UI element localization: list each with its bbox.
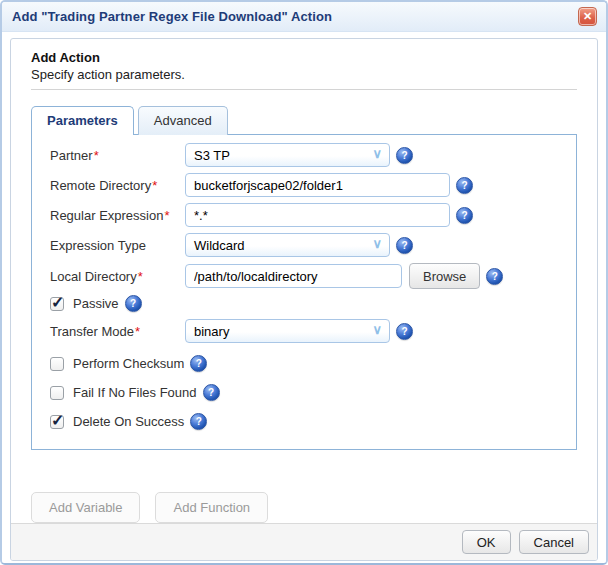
local-directory-help-icon[interactable]: ?: [486, 268, 503, 285]
expression-type-label-text: Expression Type: [50, 238, 146, 253]
perform-checksum-label: Perform Checksum: [73, 356, 184, 371]
partner-label-text: Partner: [50, 148, 93, 163]
passive-help-icon[interactable]: ?: [125, 295, 142, 312]
dialog-titlebar: Add "Trading Partner Regex File Download…: [2, 2, 606, 32]
cancel-button[interactable]: Cancel: [519, 530, 589, 554]
dialog-inner-panel: Add Action Specify action parameters. Pa…: [10, 38, 598, 561]
partner-label: Partner*: [50, 148, 185, 163]
local-directory-input[interactable]: [185, 264, 402, 288]
expression-type-select-value: Wildcard: [194, 238, 245, 253]
browse-button[interactable]: Browse: [409, 263, 480, 289]
local-directory-row: Local Directory* Browse ?: [50, 263, 558, 289]
local-directory-label: Local Directory*: [50, 269, 185, 284]
required-mark: *: [164, 208, 169, 223]
regular-expression-help-icon[interactable]: ?: [456, 207, 473, 224]
required-mark: *: [152, 178, 157, 193]
transfer-mode-label: Transfer Mode*: [50, 324, 185, 339]
delete-on-success-checkbox[interactable]: ✓: [50, 415, 64, 429]
variable-function-actions: Add Variable Add Function: [31, 492, 577, 523]
dialog-footer: OK Cancel: [11, 523, 597, 560]
perform-checksum-checkbox[interactable]: ✓: [50, 357, 64, 371]
chevron-down-icon: ∨: [372, 146, 382, 161]
fail-if-no-files-found-checkbox[interactable]: ✓: [50, 386, 64, 400]
wizard-header: Add Action Specify action parameters.: [11, 39, 597, 90]
dialog-title: Add "Trading Partner Regex File Download…: [12, 9, 332, 24]
regular-expression-row: Regular Expression* ?: [50, 203, 558, 227]
fail-if-no-files-found-label: Fail If No Files Found: [73, 385, 197, 400]
screen: Add "Trading Partner Regex File Download…: [0, 0, 608, 565]
tabs-container: Parameters Advanced Partner* S3 TP ∨ ?: [31, 105, 577, 450]
partner-row: Partner* S3 TP ∨ ?: [50, 143, 558, 167]
perform-checksum-row: ✓ Perform Checksum ?: [50, 355, 558, 372]
add-function-button[interactable]: Add Function: [155, 492, 268, 523]
tab-parameters[interactable]: Parameters: [31, 106, 134, 135]
required-mark: *: [135, 324, 140, 339]
fail-if-no-files-found-help-icon[interactable]: ?: [203, 384, 220, 401]
ok-button[interactable]: OK: [462, 530, 511, 554]
regular-expression-label: Regular Expression*: [50, 208, 185, 223]
chevron-down-icon: ∨: [372, 322, 382, 337]
close-icon[interactable]: ✕: [578, 7, 597, 26]
wizard-header-title: Add Action: [31, 50, 577, 65]
transfer-mode-label-text: Transfer Mode: [50, 324, 134, 339]
remote-directory-input[interactable]: [185, 173, 450, 197]
partner-select-value: S3 TP: [194, 148, 230, 163]
expression-type-select[interactable]: Wildcard ∨: [185, 233, 390, 257]
delete-on-success-help-icon[interactable]: ?: [190, 413, 207, 430]
wizard-header-subtitle: Specify action parameters.: [31, 67, 577, 82]
delete-on-success-label: Delete On Success: [73, 414, 184, 429]
expression-type-help-icon[interactable]: ?: [396, 237, 413, 254]
local-directory-label-text: Local Directory: [50, 269, 137, 284]
passive-row: ✓ Passive ?: [50, 295, 558, 312]
regular-expression-input[interactable]: [185, 203, 450, 227]
perform-checksum-help-icon[interactable]: ?: [190, 355, 207, 372]
passive-label: Passive: [73, 296, 119, 311]
parameters-tab-panel: Partner* S3 TP ∨ ? Remote Directory* ?: [31, 134, 577, 450]
add-variable-button[interactable]: Add Variable: [31, 492, 140, 523]
add-action-dialog: Add "Trading Partner Regex File Download…: [0, 0, 608, 565]
dialog-body: Add Action Specify action parameters. Pa…: [2, 32, 606, 565]
fail-if-no-files-found-row: ✓ Fail If No Files Found ?: [50, 384, 558, 401]
remote-directory-help-icon[interactable]: ?: [456, 177, 473, 194]
remote-directory-row: Remote Directory* ?: [50, 173, 558, 197]
regular-expression-label-text: Regular Expression: [50, 208, 163, 223]
checkmark-icon: ✓: [51, 411, 64, 430]
chevron-down-icon: ∨: [372, 236, 382, 251]
transfer-mode-select-value: binary: [194, 324, 229, 339]
expression-type-row: Expression Type Wildcard ∨ ?: [50, 233, 558, 257]
header-divider: [31, 89, 577, 90]
partner-help-icon[interactable]: ?: [396, 147, 413, 164]
tab-strip: Parameters Advanced: [31, 105, 577, 134]
transfer-mode-row: Transfer Mode* binary ∨ ?: [50, 319, 558, 343]
transfer-mode-select[interactable]: binary ∨: [185, 319, 390, 343]
remote-directory-label-text: Remote Directory: [50, 178, 151, 193]
tab-advanced[interactable]: Advanced: [138, 106, 228, 135]
expression-type-label: Expression Type: [50, 238, 185, 253]
required-mark: *: [94, 148, 99, 163]
partner-select[interactable]: S3 TP ∨: [185, 143, 390, 167]
required-mark: *: [138, 269, 143, 284]
checkmark-icon: ✓: [51, 293, 64, 312]
remote-directory-label: Remote Directory*: [50, 178, 185, 193]
transfer-mode-help-icon[interactable]: ?: [396, 323, 413, 340]
delete-on-success-row: ✓ Delete On Success ?: [50, 413, 558, 430]
passive-checkbox[interactable]: ✓: [50, 297, 64, 311]
